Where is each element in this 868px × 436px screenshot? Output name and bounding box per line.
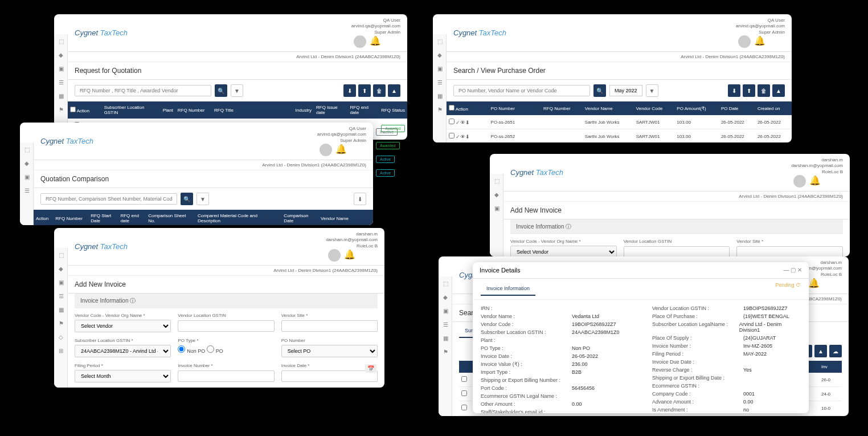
- sidebar-icon[interactable]: ☰: [54, 75, 68, 89]
- row-chk[interactable]: [461, 390, 467, 396]
- sidebar-icon[interactable]: ▣: [54, 275, 68, 289]
- sidebar-icon[interactable]: ◆: [439, 290, 452, 304]
- row-chk[interactable]: [449, 133, 455, 138]
- header: Cygnet TaxTech QA Userarvind.qa@yopmail.…: [447, 14, 792, 52]
- sidebar-icon[interactable]: ⬚: [20, 142, 34, 156]
- sidebar-icon[interactable]: ⬚: [54, 34, 68, 48]
- action-button[interactable]: ▲: [814, 345, 827, 357]
- toolbar: 🔍 ▼ ⬇: [34, 188, 373, 210]
- vendor-select[interactable]: Select Vendor: [510, 246, 617, 256]
- bell-icon[interactable]: 🔔: [370, 35, 379, 44]
- detail-key: Place Of Purchase :: [652, 313, 743, 319]
- rfq-panel: ⬚◆▣☰▦⚑ Cygnet TaxTech QA Userarvind.qa@y…: [54, 14, 407, 140]
- sidebar-icon[interactable]: ⬚: [433, 34, 447, 48]
- sidebar-icon[interactable]: ☰: [439, 317, 452, 331]
- detail-value: Non PO: [572, 345, 590, 351]
- sidebar-icon[interactable]: ▣: [433, 62, 447, 75]
- filter-button[interactable]: ▼: [231, 84, 243, 97]
- search-button[interactable]: 🔍: [181, 193, 193, 205]
- upload-button[interactable]: ⬆: [358, 84, 371, 97]
- sidebar-icon[interactable]: ▣: [54, 62, 68, 75]
- bell-icon[interactable]: 🔔: [335, 144, 345, 153]
- select-all[interactable]: [449, 105, 455, 111]
- avatar[interactable]: [793, 175, 806, 188]
- action-icons[interactable]: ✓👁⬇: [456, 134, 470, 140]
- filter-button[interactable]: ▼: [646, 84, 658, 97]
- inv-date-label: Invoice Date *: [281, 363, 378, 368]
- action-button[interactable]: ☁: [829, 345, 842, 357]
- form-section: Invoice Information ⓘ: [510, 219, 843, 234]
- search-input[interactable]: [75, 85, 211, 96]
- avatar[interactable]: [320, 144, 332, 156]
- filter-button[interactable]: ▼: [196, 193, 209, 205]
- sidebar-icon[interactable]: ◇: [54, 330, 68, 344]
- search-button[interactable]: 🔍: [593, 84, 606, 97]
- sidebar-icon[interactable]: ⬚: [490, 174, 503, 188]
- tab-invoice-info[interactable]: Invoice Information: [481, 282, 535, 296]
- sidebar-icon[interactable]: ▦: [54, 89, 68, 103]
- export-button[interactable]: ▲: [772, 84, 785, 97]
- sidebar-icon[interactable]: ⬚: [54, 248, 68, 262]
- sidebar-icon[interactable]: ☰: [433, 75, 447, 89]
- filing-select[interactable]: Select Month: [75, 370, 171, 382]
- avatar[interactable]: [354, 35, 366, 48]
- inv-date-input[interactable]: [281, 370, 378, 382]
- download-button[interactable]: ⬇: [343, 84, 356, 97]
- sidebar-icon[interactable]: ⚑: [54, 103, 68, 116]
- sidebar-icon[interactable]: ⊞: [54, 344, 68, 357]
- download-button[interactable]: ⬇: [728, 84, 740, 97]
- sidebar-icon[interactable]: ▦: [54, 303, 68, 316]
- sidebar-icon[interactable]: ◆: [54, 262, 68, 275]
- sidebar-icon[interactable]: ⚑: [433, 103, 447, 116]
- sidebar-icon[interactable]: ▣: [20, 170, 34, 184]
- sidebar-icon[interactable]: ⚑: [54, 316, 68, 330]
- sidebar-icon[interactable]: ▣: [439, 304, 452, 317]
- search-input[interactable]: [453, 85, 590, 96]
- search-button[interactable]: 🔍: [215, 84, 227, 97]
- maximize-icon[interactable]: ▢: [791, 267, 796, 273]
- vendor-gstin-input[interactable]: [624, 246, 730, 256]
- sidebar-icon[interactable]: ☰: [20, 184, 34, 197]
- sidebar-icon[interactable]: ▣: [490, 201, 503, 215]
- sidebar-icon[interactable]: ⬚: [439, 276, 452, 290]
- sidebar-icon[interactable]: ◆: [20, 156, 34, 170]
- po-type-radio[interactable]: Non PO PO: [178, 348, 223, 354]
- upload-button[interactable]: ⬆: [743, 84, 755, 97]
- sidebar-icon[interactable]: ▦: [433, 89, 447, 103]
- sidebar-icon[interactable]: ◆: [54, 48, 68, 62]
- sub-gstin-select[interactable]: 24AABCA2398M1Z0 - Arvind Ltd - Denim Div…: [75, 345, 171, 357]
- bell-icon[interactable]: 🔔: [754, 35, 763, 44]
- sidebar-icon[interactable]: ◆: [433, 48, 447, 62]
- po-panel: ⬚◆▣☰▦⚑ Cygnet TaxTech QA Userarvind.qa@y…: [433, 14, 792, 142]
- sidebar-icon[interactable]: ⚑: [439, 345, 452, 358]
- search-input[interactable]: [40, 193, 177, 205]
- delete-button[interactable]: 🗑: [758, 84, 770, 97]
- inv-num-input[interactable]: [178, 370, 274, 382]
- delete-button[interactable]: 🗑: [373, 84, 386, 97]
- po-num-select[interactable]: Select PO: [281, 345, 378, 357]
- minimize-icon[interactable]: —: [783, 267, 789, 273]
- close-icon[interactable]: ✕: [797, 267, 802, 273]
- action-icons[interactable]: ✓👁⬇: [456, 120, 470, 125]
- calendar-icon[interactable]: 📅: [365, 364, 376, 373]
- sidebar-icon[interactable]: ◆: [490, 188, 503, 201]
- row-chk[interactable]: [449, 119, 455, 124]
- avatar[interactable]: [738, 35, 751, 48]
- month-picker[interactable]: May 2022: [609, 85, 642, 96]
- invoice-form: Invoice Information ⓘ Vendor Code - Vend…: [68, 294, 384, 388]
- vendor-site-input[interactable]: [281, 320, 378, 332]
- row-chk[interactable]: [461, 405, 467, 410]
- vendor-site-input[interactable]: [736, 246, 843, 256]
- avatar[interactable]: [328, 249, 341, 262]
- download-button[interactable]: ⬇: [354, 193, 366, 205]
- bell-icon[interactable]: 🔔: [344, 249, 353, 258]
- bell-icon[interactable]: 🔔: [809, 175, 818, 184]
- sidebar-icon[interactable]: ☰: [54, 289, 68, 303]
- vendor-gstin-input[interactable]: [178, 320, 274, 332]
- row-chk[interactable]: [461, 376, 467, 382]
- bell-icon[interactable]: 🔔: [808, 278, 817, 287]
- select-all[interactable]: [70, 107, 76, 112]
- export-button[interactable]: ▲: [388, 84, 400, 97]
- vendor-select[interactable]: Select Vendor: [75, 320, 171, 332]
- sidebar-icon[interactable]: ▦: [439, 331, 452, 345]
